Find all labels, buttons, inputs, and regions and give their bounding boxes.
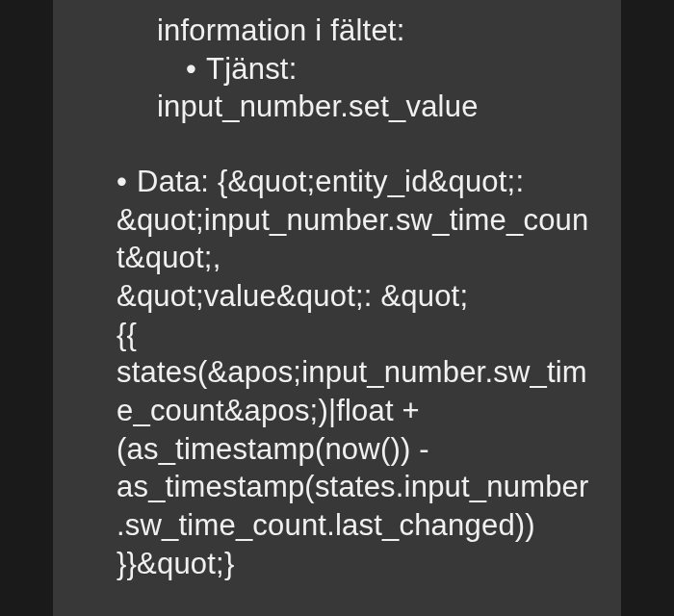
data-line-2: &quot;input_number.sw_time_count&quot;, <box>117 201 592 277</box>
service-bullet-row: • Tjänst: <box>82 50 592 89</box>
spacer <box>82 126 592 163</box>
service-value: input_number.set_value <box>157 90 479 123</box>
intro-line: information i fältet: <box>82 12 592 50</box>
data-bullet-row: • Data: {&quot;entity_id&quot;: <box>117 163 592 201</box>
data-block: • Data: {&quot;entity_id&quot;: &quot;in… <box>82 163 592 582</box>
data-line-4: {{ states(&apos;input_number.sw_time_cou… <box>117 316 592 583</box>
data-line-1: Data: {&quot;entity_id&quot;: <box>137 163 524 201</box>
content-panel: information i fältet: • Tjänst: input_nu… <box>53 0 621 616</box>
data-line-3: &quot;value&quot;: &quot; <box>117 277 592 316</box>
bullet-icon: • <box>117 163 127 201</box>
bullet-icon: • <box>186 50 196 89</box>
intro-text: information i fältet: <box>157 13 404 47</box>
service-value-row: input_number.set_value <box>82 88 592 126</box>
service-label: Tjänst: <box>206 50 297 89</box>
